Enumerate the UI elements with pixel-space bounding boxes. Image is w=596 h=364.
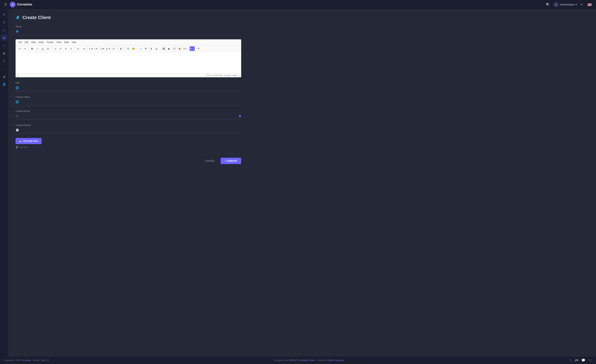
toolbar-table-insert[interactable]: ⊞ xyxy=(119,46,123,51)
contact-name-input[interactable] xyxy=(21,100,241,104)
toolbar-bookmark[interactable]: 🔖 xyxy=(177,46,182,51)
footer-left: Copyright © 2024 Cervantes . Version: Be… xyxy=(4,359,49,362)
menu-format[interactable]: Format xyxy=(46,41,54,44)
toolbar-highlight[interactable]: 🖊 ▾ xyxy=(105,46,111,51)
toolbar-download[interactable]: ⬇ xyxy=(149,46,154,51)
footer-center: Cervantes is an OWASP Foundation Project… xyxy=(274,359,344,362)
contact-email-input-wrap: ✉ ◆ xyxy=(15,114,241,120)
toolbar-outdent[interactable]: ⇤ xyxy=(76,46,81,51)
twitter-icon[interactable]: 𝕏 xyxy=(569,358,572,362)
editor-menubar: File Edit View Insert Format Tools Table… xyxy=(16,39,241,45)
menu-help[interactable]: Help xyxy=(71,41,77,44)
footer-author-link[interactable]: Ruben Mesquida xyxy=(328,359,344,362)
name-label: Name xyxy=(15,25,241,28)
editor-toolbar: ↩ ↪ B I U S ≡ ≡ ≡ ≡ ⇤ ⇥ 1. ▾ xyxy=(16,45,241,52)
toolbar-superscript[interactable]: x² xyxy=(111,46,116,51)
no-files-row: 🔗 No Files xyxy=(15,146,241,149)
page-title-icon: 🧳 xyxy=(15,15,20,20)
toolbar-bold[interactable]: B xyxy=(30,46,35,51)
contact-email-field-group: Contact Email ✉ ◆ xyxy=(15,110,241,120)
menu-tools[interactable]: Tools xyxy=(55,41,62,44)
discord-icon[interactable]: 🎮 xyxy=(575,358,579,362)
menu-edit[interactable]: Edit xyxy=(24,41,30,44)
upload-file-button[interactable]: ☁ UPLOAD FILE xyxy=(15,138,42,144)
create-button[interactable]: + CREATE xyxy=(221,158,241,164)
toolbar-link[interactable]: 🔗 xyxy=(172,46,177,51)
name-input[interactable] xyxy=(21,29,241,33)
sidebar-item-gear[interactable]: ⚙ xyxy=(1,58,7,64)
toolbar-image[interactable]: 🖼 xyxy=(161,46,166,51)
menu-view[interactable]: View xyxy=(30,41,37,44)
toolbar-ordered-list[interactable]: 1. ▾ xyxy=(88,46,93,51)
toolbar-preview[interactable]: 👁 xyxy=(143,46,149,51)
hamburger-button[interactable]: ☰ xyxy=(4,2,8,7)
user-menu[interactable]: C Administrator ▾ xyxy=(553,2,577,7)
toolbar-italic[interactable]: I xyxy=(35,46,40,51)
search-button[interactable]: 🔍 xyxy=(545,2,551,7)
menu-file[interactable]: File xyxy=(17,41,23,44)
chat-icon[interactable]: 💬 xyxy=(581,358,585,362)
toolbar-font-color[interactable]: A ▾ xyxy=(100,46,105,51)
contact-name-field-group: Contact Name 🌐 xyxy=(15,96,241,106)
user-logo: C xyxy=(553,2,559,7)
toolbar-sep-6 xyxy=(117,47,118,50)
contact-phone-input-wrap: 📇 xyxy=(15,128,241,134)
sidebar-item-window[interactable]: ◫ xyxy=(1,27,7,33)
url-input[interactable] xyxy=(21,86,241,90)
footer-copyright: Copyright © 2024 xyxy=(4,359,21,362)
contact-email-label: Contact Email xyxy=(15,110,241,112)
page-title: Create Client xyxy=(22,15,51,20)
sidebar-item-square[interactable]: ▣ xyxy=(1,50,7,56)
toolbar-print[interactable]: 🖨 xyxy=(154,46,159,51)
toolbar-code[interactable]: </> xyxy=(183,46,187,51)
toolbar-redo[interactable]: ↪ xyxy=(22,46,27,51)
toolbar-undo[interactable]: ↩ xyxy=(17,46,22,51)
contact-phone-field-group: Contact Phone 📇 xyxy=(15,124,241,134)
footer-app-link[interactable]: Cervantes xyxy=(21,359,31,362)
sidebar-item-dots[interactable]: ⋯ xyxy=(1,66,7,72)
github-icon[interactable]: ⌥ xyxy=(588,358,592,362)
toolbar-special-char[interactable]: Ω xyxy=(126,46,131,51)
sidebar-item-hex[interactable]: ⬡ xyxy=(1,42,7,49)
contact-phone-input[interactable] xyxy=(21,128,241,132)
editor-body[interactable] xyxy=(16,52,241,73)
toolbar-align-right[interactable]: ≡ xyxy=(63,46,68,51)
contact-email-input[interactable] xyxy=(20,114,237,118)
sidebar-item-grid[interactable]: ⊞ xyxy=(1,11,7,18)
menu-insert[interactable]: Insert xyxy=(37,41,45,44)
rich-text-editor[interactable]: File Edit View Insert Format Tools Table… xyxy=(15,39,241,77)
toolbar-indent[interactable]: ⇥ xyxy=(81,46,86,51)
toolbar-ltr[interactable]: ¶→ xyxy=(190,46,195,51)
editor-statusbar: p Press ⌥0 for help 0 words ⬥ tiny ⤡ xyxy=(16,73,241,77)
toolbar-align-center[interactable]: ≡ xyxy=(58,46,63,51)
toolbar-unordered-list[interactable]: • ▾ xyxy=(94,46,98,51)
toolbar-strikethrough[interactable]: S xyxy=(45,46,50,51)
toolbar-emoji[interactable]: 😊 xyxy=(131,46,136,51)
footer-owasp-link[interactable]: OWASP Foundation Project xyxy=(289,359,315,362)
toolbar-fullscreen[interactable]: ⤢ xyxy=(138,46,143,51)
editor-hint: Press ⌥0 for help xyxy=(207,74,223,76)
toolbar-align-justify[interactable]: ≡ xyxy=(69,46,74,51)
url-input-wrap: 🌐 xyxy=(15,86,241,91)
editor-element-path: p xyxy=(17,74,19,76)
flag-icon: 🇺🇸 xyxy=(587,2,592,7)
footer: Copyright © 2024 Cervantes . Version: Be… xyxy=(0,357,596,364)
toolbar-align-left[interactable]: ≡ xyxy=(53,46,58,51)
phone-icon: 📇 xyxy=(15,128,19,132)
toolbar-rtl[interactable]: ←¶ xyxy=(195,46,200,51)
no-files-icon: 🔗 xyxy=(15,146,18,149)
sidebar-item-circle[interactable]: ◉ xyxy=(1,35,7,41)
navbar: ☰ C Cervantes 🔍 C Administrator ▾ ☀ 🇺🇸 xyxy=(0,0,596,9)
sidebar-item-list[interactable]: ☰ xyxy=(1,19,7,25)
editor-statusbar-right: Press ⌥0 for help 0 words ⬥ tiny ⤡ xyxy=(207,74,239,76)
toolbar-underline[interactable]: U xyxy=(40,46,45,51)
cancel-button[interactable]: CANCEL xyxy=(201,158,219,164)
toolbar-sep-9 xyxy=(160,47,160,50)
toolbar-media[interactable]: ▶ xyxy=(167,46,171,51)
sidebar-item-user[interactable]: 👤 xyxy=(1,81,7,87)
theme-toggle-button[interactable]: ☀ xyxy=(580,2,584,7)
menu-table[interactable]: Table xyxy=(63,41,70,44)
sidebar-item-chart[interactable]: ◕ xyxy=(1,73,7,80)
logo: C xyxy=(10,2,15,7)
resize-handle-icon[interactable]: ⤡ xyxy=(238,74,239,76)
